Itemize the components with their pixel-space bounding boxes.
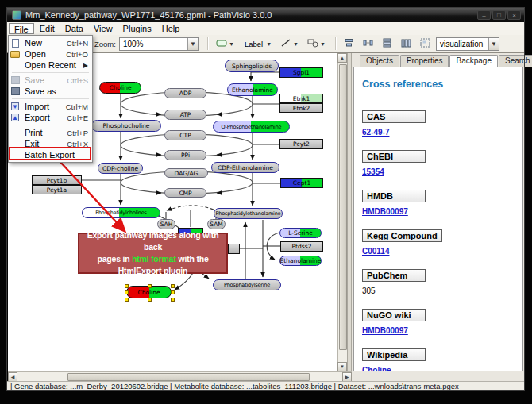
menu-help[interactable]: Help — [157, 23, 185, 34]
canvas-horizontal-scrollbar[interactable]: ◀ ▶ — [8, 371, 352, 381]
pathway-node-etnk1[interactable]: Etnk1 — [279, 94, 323, 103]
horizontal-scroll-thumb[interactable] — [67, 373, 310, 381]
pathway-node-l-serine[interactable]: L-Serine — [279, 228, 322, 238]
pathway-node-phosphocholine[interactable]: Phosphocholine — [91, 120, 161, 132]
selection-handle[interactable] — [148, 284, 152, 288]
distribute-button[interactable] — [360, 37, 376, 51]
pathway-node-ethanolamine[interactable]: Ethanolamine — [279, 256, 322, 266]
tab-objects[interactable]: Objects — [360, 55, 399, 67]
pathway-node-ppi[interactable]: PPi — [164, 150, 206, 160]
backpage-content[interactable]: Cross references CAS62-49-7ChEBI15354HMD… — [353, 67, 523, 371]
new-line-button[interactable]: ▼ — [277, 37, 302, 51]
toolbar-separator — [335, 37, 337, 50]
xref-id-link[interactable]: C00114 — [362, 247, 522, 256]
file-menu-item-import[interactable]: ▼ImportCtrl+M — [9, 101, 92, 112]
visualization-combo[interactable]: visualization▼ — [436, 37, 499, 51]
screenshot-root: Mm_Kennedy_pathway_WP1771_45176.gpml - P… — [0, 0, 532, 404]
menu-view[interactable]: View — [89, 23, 118, 34]
pathway-node-phosphatidylserine[interactable]: Phosphatidylserine — [213, 279, 281, 290]
pathway-node-phosphatidylcholines[interactable]: Phosphatidylcholines — [82, 207, 160, 218]
pathway-node-pcyt1a[interactable]: Pcyt1a — [32, 185, 82, 194]
pathway-node-cept1[interactable]: Cept1 — [280, 178, 323, 188]
pathway-node-cdp-ethanolamine[interactable]: CDP-Ethanolamine — [211, 162, 279, 173]
canvas-vertical-scrollbar[interactable]: ▲ ▼ — [337, 53, 347, 371]
tab-search[interactable]: Search — [499, 55, 532, 67]
pathway-node-hidden-28[interactable] — [228, 244, 240, 254]
tab-properties[interactable]: Properties — [400, 55, 449, 67]
xref-id-link[interactable]: 62-49-7 — [362, 128, 522, 137]
group-icon — [420, 38, 430, 49]
selection-handle[interactable] — [125, 284, 129, 288]
import-icon: ▼ — [11, 102, 19, 110]
menu-item-label: Save as — [25, 87, 88, 96]
new-datanode-button[interactable]: ▼ — [213, 37, 237, 51]
stack-rows-button[interactable] — [379, 37, 395, 51]
xref-id-link[interactable]: 15354 — [362, 167, 522, 176]
pathway-node-sgpl1[interactable]: Sgpl1 — [279, 67, 323, 78]
maximize-button[interactable]: □ — [492, 10, 506, 20]
file-menu-item-export[interactable]: ▲ExportCtrl+E — [9, 112, 92, 123]
pathway-node-sphingolipids[interactable]: Sphingolipids — [225, 60, 279, 72]
pathway-node-cdp-choline[interactable]: CDP-choline — [98, 163, 143, 174]
chevron-down-icon[interactable]: ▼ — [488, 38, 499, 50]
selection-handle[interactable] — [125, 290, 129, 294]
pathway-node-dag-ag[interactable]: DAG/AG — [164, 168, 208, 178]
pathway-node-adp[interactable]: ADP — [164, 88, 206, 98]
file-menu-item-print[interactable]: PrintCtrl+P — [9, 127, 92, 138]
selection-handle[interactable] — [125, 298, 129, 302]
pathway-node-phosphatidylethanolamine[interactable]: Phosphatidylethanolamine — [214, 208, 283, 219]
menu-separator — [12, 72, 89, 73]
xref-id-link[interactable]: HMDB00097 — [362, 326, 522, 335]
menu-edit[interactable]: Edit — [35, 23, 60, 34]
minimize-button[interactable]: – — [477, 10, 491, 20]
pathway-node-etnk2[interactable]: Etnk2 — [279, 103, 323, 113]
menu-data[interactable]: Data — [60, 23, 88, 34]
pathway-node-ethanolamine[interactable]: Ethanolamine — [227, 83, 278, 96]
xref-section-hmdb: HMDBHMDB00097 — [362, 188, 522, 216]
file-menu-item-save-as[interactable]: Save as — [9, 86, 92, 97]
pathway-node-choline[interactable]: Choline — [99, 82, 141, 94]
pathway-node-choline[interactable]: Choline — [126, 286, 172, 298]
close-button[interactable]: × — [507, 10, 521, 20]
stack-columns-button[interactable] — [398, 37, 414, 51]
menu-item-label: Save — [25, 75, 64, 85]
scroll-down-icon[interactable]: ▼ — [337, 362, 347, 371]
window-controls: – □ × — [476, 10, 521, 20]
save-as-icon — [11, 87, 20, 95]
menu-plugins[interactable]: Plugins — [118, 23, 156, 34]
pathway-node-sam[interactable]: SAM — [207, 219, 226, 229]
title-bar[interactable]: Mm_Kennedy_pathway_WP1771_45176.gpml - P… — [6, 7, 525, 22]
new-shape-button[interactable]: ▼ — [304, 37, 329, 51]
zoom-combo[interactable]: 100%▼ — [119, 37, 199, 51]
new-label-button[interactable]: Label▼ — [240, 37, 275, 51]
selection-handle[interactable] — [171, 290, 175, 294]
file-menu-item-open-recent[interactable]: Open Recent▶ — [9, 60, 92, 71]
pathway-node-pcyt2[interactable]: Pcyt2 — [279, 139, 323, 149]
xref-id-link[interactable]: HMDB00097 — [362, 207, 522, 216]
status-text: | Gene database: ...m_Derby_20120602.bri… — [10, 382, 459, 391]
chevron-down-icon[interactable]: ▼ — [187, 38, 198, 50]
pathway-node-pcyt1b[interactable]: Pcyt1b — [32, 175, 82, 185]
align-button[interactable] — [341, 37, 357, 51]
xref-database-header: Kegg Compound — [362, 229, 442, 242]
xref-id-link[interactable]: Choline — [362, 366, 522, 371]
open-folder-icon — [10, 51, 20, 58]
pathway-node-ctp[interactable]: CTP — [164, 130, 206, 140]
selection-handle[interactable] — [171, 298, 175, 302]
pathway-node-cmp[interactable]: CMP — [164, 188, 206, 198]
selection-handle[interactable] — [148, 298, 152, 302]
chevron-down-icon: ▼ — [293, 41, 299, 47]
file-menu-item-new[interactable]: NewCtrl+N — [9, 37, 92, 48]
pathway-node-o-phosphoethanolamine[interactable]: O-Phosphoethanolamine — [213, 121, 290, 133]
tab-backpage[interactable]: Backpage — [449, 55, 497, 67]
pathway-node-atp[interactable]: ATP — [164, 110, 206, 120]
menu-file[interactable]: File — [9, 23, 34, 34]
pathway-node-ptdss2[interactable]: Ptdss2 — [280, 241, 323, 252]
group-button[interactable] — [417, 37, 434, 51]
selection-handle[interactable] — [171, 284, 175, 288]
pathway-node-sah[interactable]: SAH — [157, 219, 175, 229]
file-menu-item-open[interactable]: OpenCtrl+O — [9, 48, 92, 60]
scroll-up-icon[interactable]: ▲ — [337, 53, 347, 63]
vertical-scroll-thumb[interactable] — [339, 64, 347, 350]
xref-list: CAS62-49-7ChEBI15354HMDBHMDB00097Kegg Co… — [362, 109, 522, 371]
